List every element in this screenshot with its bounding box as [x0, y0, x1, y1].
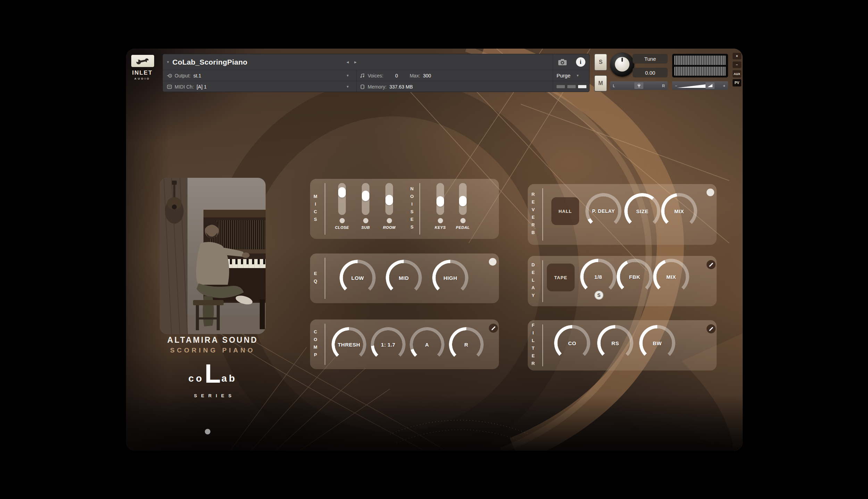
comp-section-label: COMP — [313, 329, 318, 360]
delay-mode-button[interactable]: TAPE — [547, 264, 575, 291]
tune-label: Tune — [633, 54, 668, 64]
output-icon — [167, 73, 172, 78]
midi-channel-selector[interactable]: MIDI Ch: [A] 1 ▾ — [163, 81, 356, 92]
next-instrument-arrow-icon[interactable]: ▸ — [354, 59, 357, 65]
memory-icon — [360, 84, 365, 89]
output-value: st.1 — [193, 73, 201, 78]
midi-memory-row: MIDI Ch: [A] 1 ▾ Memory: 337.63 MB — [163, 81, 589, 92]
slider-label: SUB — [354, 225, 377, 230]
minimize-button[interactable]: − — [733, 61, 741, 68]
slider-track[interactable] — [362, 183, 369, 215]
reverb-predelay-knob[interactable]: P. DELAY — [585, 193, 621, 229]
midi-dropdown-icon[interactable]: ▾ — [347, 84, 349, 89]
knob-label: THRESH — [332, 327, 366, 362]
logo-series: SERIES — [160, 393, 266, 398]
mic-toggle-dot[interactable] — [387, 218, 392, 223]
slider-thumb[interactable] — [436, 196, 444, 207]
noise-toggle-dot[interactable] — [460, 218, 466, 223]
close-button[interactable]: × — [733, 53, 741, 59]
tune-value[interactable]: 0.00 — [633, 68, 668, 77]
reverb-size-knob[interactable]: SIZE — [624, 193, 660, 229]
solo-button[interactable]: S — [594, 53, 607, 71]
filter-cutoff-knob[interactable]: CO — [554, 325, 590, 361]
knob-label: LOW — [340, 260, 376, 296]
mic-toggle-dot[interactable] — [363, 218, 368, 223]
pencil-icon — [709, 327, 713, 331]
title-row: ▾ CoLab_ScoringPiano ◂ ▸ i — [163, 54, 589, 70]
volume-handle[interactable] — [706, 82, 715, 89]
volume-handle-wedge-icon — [708, 84, 712, 87]
output-selector[interactable]: Output: st.1 ▾ — [163, 70, 356, 81]
comp-edit-indicator[interactable] — [489, 324, 498, 333]
pan-handle[interactable] — [634, 82, 643, 89]
eq-mid-knob[interactable]: MID — [386, 260, 422, 296]
delay-panel: DELAY TAPE 1/8 S FBK MIX — [528, 256, 717, 306]
eq-power-indicator[interactable] — [489, 258, 496, 266]
mics-section-label: MICS — [313, 194, 318, 224]
pan-center-icon — [637, 83, 641, 88]
vendor-sub: AUDIO — [129, 77, 156, 80]
slider-thumb[interactable] — [338, 187, 346, 198]
filter-edit-indicator[interactable] — [707, 324, 716, 333]
delay-section-label: DELAY — [531, 262, 536, 300]
instrument-edit-wrench-button[interactable] — [131, 55, 155, 67]
info-icon[interactable]: i — [576, 57, 585, 67]
delay-time-knob[interactable]: 1/8 — [580, 259, 616, 295]
comp-attack-knob[interactable]: A — [410, 327, 444, 362]
filter-resonance-knob[interactable]: RS — [597, 325, 633, 361]
voices-value: 0 — [395, 73, 398, 78]
aux-button[interactable]: AUX — [733, 70, 741, 77]
purge-dropdown-icon: ▾ — [577, 73, 579, 78]
eq-high-knob[interactable]: HIGH — [432, 260, 468, 296]
delay-sync-button[interactable]: S — [594, 291, 603, 300]
eq-low-knob[interactable]: LOW — [340, 260, 376, 296]
slider-thumb[interactable] — [459, 196, 467, 206]
compressor-panel: COMP THRESH 1: 1.7 A R — [310, 319, 499, 369]
slider-track[interactable] — [385, 183, 393, 215]
reverb-power-indicator[interactable] — [707, 189, 714, 196]
purge-bar — [567, 85, 576, 88]
knob-label: HIGH — [432, 260, 468, 296]
output-dropdown-icon[interactable]: ▾ — [347, 73, 349, 78]
camera-snapshot-icon[interactable] — [558, 59, 567, 66]
slider-thumb[interactable] — [362, 191, 369, 201]
instrument-title[interactable]: CoLab_ScoringPiano — [173, 58, 248, 66]
pan-slider[interactable]: L R — [610, 81, 668, 90]
mute-button[interactable]: M — [594, 75, 607, 92]
slider-label: ROOM — [378, 225, 400, 230]
page-indicator-dot[interactable] — [205, 429, 210, 434]
comp-release-knob[interactable]: R — [449, 327, 484, 362]
reverb-mix-knob[interactable]: MIX — [661, 193, 697, 229]
slider-track[interactable] — [459, 183, 467, 215]
delay-feedback-knob[interactable]: FBK — [617, 259, 653, 295]
slider-track[interactable] — [436, 183, 444, 215]
slider-label: CLOSE — [331, 225, 353, 230]
tune-knob[interactable] — [610, 52, 634, 77]
delay-mix-knob[interactable]: MIX — [653, 259, 689, 295]
knob-label: CO — [554, 325, 590, 361]
collapse-arrow-icon[interactable]: ▾ — [167, 60, 169, 64]
comp-ratio-knob[interactable]: 1: 1.7 — [371, 327, 406, 362]
reverb-section-label: REVERB — [531, 192, 536, 238]
noise-toggle-dot[interactable] — [438, 218, 443, 223]
logo-l: L — [205, 363, 220, 384]
volume-slider[interactable]: − + — [672, 81, 728, 90]
filter-panel: FILTER CO RS BW — [528, 320, 717, 371]
tune-knob-tick — [621, 58, 623, 62]
mics-noises-panel: MICS CLOSE SUB ROOM — [310, 179, 499, 239]
studio-name: ALTAMIRA SOUND — [160, 335, 266, 345]
filter-bandwidth-knob[interactable]: BW — [639, 325, 675, 361]
memory-value: 337.63 MB — [389, 84, 413, 90]
slider-thumb[interactable] — [385, 195, 393, 205]
instrument-nav-arrows: ◂ ▸ — [347, 54, 357, 70]
slider-track[interactable] — [338, 183, 346, 215]
mic-toggle-dot[interactable] — [340, 218, 345, 223]
reverb-mode-button[interactable]: HALL — [551, 197, 579, 225]
performance-view-button[interactable]: PV — [733, 79, 741, 86]
delay-edit-indicator[interactable] — [707, 260, 716, 269]
voices-icon — [360, 73, 365, 78]
level-meters — [672, 54, 728, 77]
comp-threshold-knob[interactable]: THRESH — [332, 327, 366, 362]
prev-instrument-arrow-icon[interactable]: ◂ — [347, 59, 349, 65]
purge-menu[interactable]: Purge ▾ — [553, 70, 590, 81]
